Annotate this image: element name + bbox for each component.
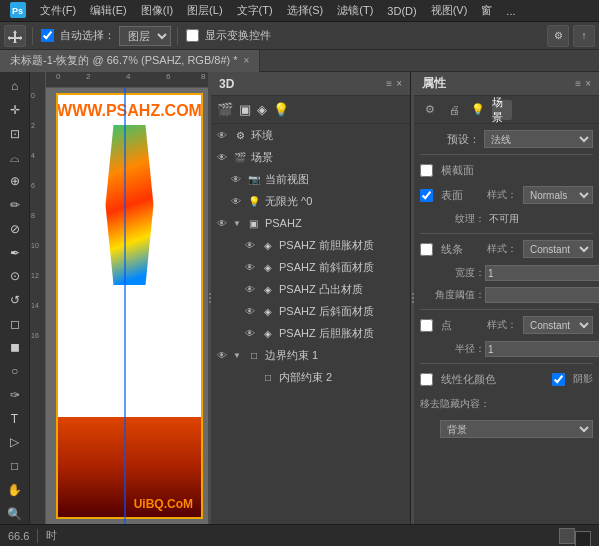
- list-item-inner[interactable]: 👁 □ 内部约束 2: [211, 366, 410, 388]
- menu-select[interactable]: 选择(S): [281, 1, 330, 20]
- panel-3d-close-btn[interactable]: ×: [396, 78, 402, 89]
- ruler-left-4: 4: [31, 152, 35, 159]
- tool-type[interactable]: T: [3, 408, 27, 429]
- shadow-checkbox[interactable]: [552, 373, 565, 386]
- ruler-8: 8: [201, 72, 205, 81]
- tool-move[interactable]: ✛: [3, 100, 27, 121]
- tool-stamp[interactable]: ⊙: [3, 266, 27, 287]
- panel-props-close-btn[interactable]: ×: [585, 78, 591, 89]
- tool-path[interactable]: ▷: [3, 432, 27, 453]
- collapse-psahz[interactable]: ▼: [233, 219, 241, 228]
- canvas-tab[interactable]: 未标题-1-恢复的 @ 66.7% (PSAHZ, RGB/8#) * ×: [0, 50, 260, 72]
- tool-brush[interactable]: ✒: [3, 242, 27, 263]
- tool-gradient[interactable]: ◼: [3, 337, 27, 358]
- 3d-tool-mesh[interactable]: ▣: [239, 102, 251, 117]
- menu-image[interactable]: 图像(I): [135, 1, 179, 20]
- menu-more[interactable]: ...: [500, 3, 521, 19]
- foreground-color[interactable]: [559, 528, 575, 544]
- eye-inf-light[interactable]: 👁: [229, 194, 243, 208]
- list-item-constraint[interactable]: 👁 ▼ □ 边界约束 1: [211, 344, 410, 366]
- tool-home[interactable]: ⌂: [3, 76, 27, 97]
- tool-dodge[interactable]: ○: [3, 361, 27, 382]
- menu-3d[interactable]: 3D(D): [381, 3, 422, 19]
- tool-select[interactable]: ⊡: [3, 123, 27, 144]
- eye-mat2[interactable]: 👁: [243, 260, 257, 274]
- surface-style-select[interactable]: Normals Constant Flat Depth Map: [523, 186, 593, 204]
- list-item-scene[interactable]: 👁 🎬 场景: [211, 146, 410, 168]
- angle-input[interactable]: [485, 287, 599, 303]
- list-item-psahz[interactable]: 👁 ▼ ▣ PSAHZ: [211, 212, 410, 234]
- texture-value: 不可用: [485, 212, 593, 226]
- props-tab-env[interactable]: ⚙: [420, 100, 440, 120]
- list-item-mat1[interactable]: 👁 ◈ PSAHZ 前胆胀材质: [211, 234, 410, 256]
- tool-pen[interactable]: ✑: [3, 385, 27, 406]
- point-checkbox[interactable]: [420, 319, 433, 332]
- eye-constraint[interactable]: 👁: [215, 348, 229, 362]
- crosssection-checkbox[interactable]: [420, 164, 433, 177]
- eye-psahz[interactable]: 👁: [215, 216, 229, 230]
- list-item-inf-light[interactable]: 👁 💡 无限光 ^0: [211, 190, 410, 212]
- menu-type[interactable]: 文字(T): [231, 1, 279, 20]
- tool-history[interactable]: ↺: [3, 290, 27, 311]
- list-item-mat2[interactable]: 👁 ◈ PSAHZ 前斜面材质: [211, 256, 410, 278]
- bg-select[interactable]: 背景: [440, 420, 593, 438]
- props-tab-light[interactable]: 💡: [468, 100, 488, 120]
- tool-shape[interactable]: □: [3, 456, 27, 477]
- width-input[interactable]: [485, 265, 599, 281]
- tool-eyedropper[interactable]: ✏: [3, 195, 27, 216]
- eye-mat5[interactable]: 👁: [243, 326, 257, 340]
- eye-current-view[interactable]: 👁: [229, 172, 243, 186]
- 3d-tool-material[interactable]: ◈: [257, 102, 267, 117]
- list-item-mat5[interactable]: 👁 ◈ PSAHZ 后胆胀材质: [211, 322, 410, 344]
- eye-mat4[interactable]: 👁: [243, 304, 257, 318]
- props-tab-scene[interactable]: 场景: [492, 100, 512, 120]
- eye-env[interactable]: 👁: [215, 128, 229, 142]
- tool-zoom[interactable]: 🔍: [3, 503, 27, 524]
- collapse-constraint[interactable]: ▼: [233, 351, 241, 360]
- props-tab-render[interactable]: 🖨: [444, 100, 464, 120]
- line-style-select[interactable]: Constant Normals: [523, 240, 593, 258]
- workspace-btn[interactable]: ⚙: [547, 25, 569, 47]
- list-item-mat4[interactable]: 👁 ◈ PSAHZ 后斜面材质: [211, 300, 410, 322]
- tool-heal[interactable]: ⊘: [3, 218, 27, 239]
- menu-ps[interactable]: Ps: [4, 0, 32, 22]
- layer-select[interactable]: 图层: [119, 26, 171, 46]
- tool-eraser[interactable]: ◻: [3, 313, 27, 334]
- document-area: WWW.PSAHZ.COM UiBQ.CoM: [56, 93, 203, 519]
- list-item-env[interactable]: 👁 ⚙ 环境: [211, 124, 410, 146]
- line-checkbox[interactable]: [420, 243, 433, 256]
- point-style-select[interactable]: Constant Normals: [523, 316, 593, 334]
- share-btn[interactable]: ↑: [573, 25, 595, 47]
- menu-layer[interactable]: 图层(L): [181, 1, 228, 20]
- list-item-current-view[interactable]: 👁 📷 当前视图: [211, 168, 410, 190]
- props-preset-select[interactable]: 法线 深度图 绘画遮罩 着色 线条图: [484, 130, 593, 148]
- tab-close-btn[interactable]: ×: [244, 55, 250, 66]
- menu-file[interactable]: 文件(F): [34, 1, 82, 20]
- move-tool-btn[interactable]: [4, 25, 26, 47]
- menu-edit[interactable]: 编辑(E): [84, 1, 133, 20]
- menu-window[interactable]: 窗: [475, 1, 498, 20]
- surface-checkbox[interactable]: [420, 189, 433, 202]
- menu-filter[interactable]: 滤镜(T): [331, 1, 379, 20]
- radius-input[interactable]: [485, 341, 599, 357]
- ruler-left-2: 2: [31, 122, 35, 129]
- label-mat2: PSAHZ 前斜面材质: [279, 260, 406, 275]
- list-item-mat3[interactable]: 👁 ◈ PSAHZ 凸出材质: [211, 278, 410, 300]
- tool-hand[interactable]: ✋: [3, 479, 27, 500]
- tool-lasso[interactable]: ⌓: [3, 147, 27, 168]
- canvas-content[interactable]: WWW.PSAHZ.COM UiBQ.CoM: [46, 88, 208, 524]
- panel-props-menu-btn[interactable]: ≡: [575, 78, 581, 89]
- eye-mat3[interactable]: 👁: [243, 282, 257, 296]
- auto-select-checkbox[interactable]: [41, 29, 54, 42]
- props-surface-row: 表面 样式： Normals Constant Flat Depth Map: [420, 184, 593, 206]
- background-color[interactable]: [575, 531, 591, 547]
- 3d-tool-light[interactable]: 💡: [273, 102, 289, 117]
- linear-color-checkbox[interactable]: [420, 373, 433, 386]
- panel-3d-menu-btn[interactable]: ≡: [386, 78, 392, 89]
- 3d-tool-scene[interactable]: 🎬: [217, 102, 233, 117]
- tool-crop[interactable]: ⊕: [3, 171, 27, 192]
- menu-view[interactable]: 视图(V): [425, 1, 474, 20]
- show-transform-checkbox[interactable]: [186, 29, 199, 42]
- eye-scene[interactable]: 👁: [215, 150, 229, 164]
- eye-mat1[interactable]: 👁: [243, 238, 257, 252]
